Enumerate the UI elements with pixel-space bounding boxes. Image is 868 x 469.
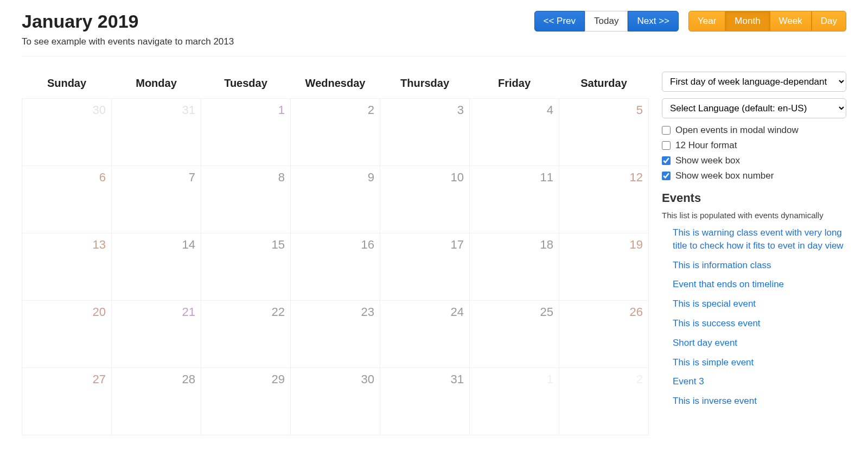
day-number: 3 <box>386 103 464 117</box>
calendar-cell[interactable]: 31 <box>380 368 470 435</box>
weekday-header: Saturday <box>559 72 649 99</box>
day-number: 2 <box>565 372 643 386</box>
view-month-button[interactable]: Month <box>725 11 769 31</box>
event-link[interactable]: Short day event <box>673 338 737 348</box>
checkbox-input[interactable] <box>662 172 671 180</box>
day-number: 30 <box>28 103 106 117</box>
calendar-cell[interactable]: 10 <box>380 166 470 233</box>
calendar-cell[interactable]: 1 <box>470 368 559 435</box>
weekday-header: Tuesday <box>201 72 291 99</box>
events-note: This list is populated with events dynam… <box>662 211 846 220</box>
event-link[interactable]: This is information class <box>673 260 771 270</box>
calendar-cell[interactable]: 18 <box>470 233 559 301</box>
calendar-cell[interactable]: 13 <box>22 233 112 301</box>
calendar-grid: SundayMondayTuesdayWednesdayThursdayFrid… <box>22 72 649 435</box>
calendar-cell[interactable]: 24 <box>380 301 470 368</box>
event-link[interactable]: Event 3 <box>673 376 704 386</box>
day-number: 15 <box>207 238 285 252</box>
calendar-cell[interactable]: 4 <box>470 99 559 166</box>
calendar-cell[interactable]: 31 <box>112 99 201 166</box>
calendar-cell[interactable]: 14 <box>112 233 201 301</box>
today-button[interactable]: Today <box>585 11 628 31</box>
checkbox-label: 12 Hour format <box>675 140 737 151</box>
calendar-cell[interactable]: 28 <box>112 368 201 435</box>
checkbox-input[interactable] <box>662 156 671 165</box>
checkbox-input[interactable] <box>662 126 671 135</box>
day-number: 5 <box>565 103 643 117</box>
event-link[interactable]: This is success event <box>673 318 761 328</box>
checkbox-input[interactable] <box>662 141 671 150</box>
list-item: Event that ends on timeline <box>673 278 846 291</box>
sidebar: First day of week language-dependant Sel… <box>662 72 846 414</box>
calendar-cell[interactable]: 30 <box>291 368 380 435</box>
list-item: This is warning class event with very lo… <box>673 226 846 252</box>
next-button[interactable]: Next >> <box>628 11 679 31</box>
day-number: 9 <box>296 170 374 185</box>
event-link[interactable]: This is simple event <box>673 357 754 367</box>
checkbox-label: Show week box <box>675 155 740 166</box>
checkbox-row[interactable]: Open events in modal window <box>662 125 846 136</box>
calendar-cell[interactable]: 19 <box>559 233 649 301</box>
day-number: 4 <box>475 103 553 117</box>
calendar-cell[interactable]: 3 <box>380 99 470 166</box>
calendar-cell[interactable]: 26 <box>559 301 649 368</box>
calendar-cell[interactable]: 1 <box>201 99 291 166</box>
calendar-row: 13141516171819 <box>22 233 649 301</box>
day-number: 29 <box>207 372 285 386</box>
day-number: 22 <box>207 305 285 319</box>
calendar-cell[interactable]: 8 <box>201 166 291 233</box>
list-item: Event 3 <box>673 375 846 388</box>
language-select[interactable]: Select Language (default: en-US) <box>662 98 846 118</box>
page-title: January 2019 <box>22 11 139 32</box>
view-week-button[interactable]: Week <box>770 11 812 31</box>
calendar-cell[interactable]: 21 <box>112 301 201 368</box>
calendar-cell[interactable]: 17 <box>380 233 470 301</box>
calendar-cell[interactable]: 25 <box>470 301 559 368</box>
calendar-cell[interactable]: 5 <box>559 99 649 166</box>
calendar-row: 272829303112 <box>22 368 649 435</box>
prev-button[interactable]: << Prev <box>534 11 585 31</box>
list-item: This is inverse event <box>673 395 846 408</box>
checkbox-row[interactable]: Show week box number <box>662 170 846 181</box>
list-item: This is simple event <box>673 356 846 369</box>
day-number: 8 <box>207 170 285 185</box>
day-number: 6 <box>28 170 106 185</box>
calendar-cell[interactable]: 11 <box>470 166 559 233</box>
events-list: This is warning class event with very lo… <box>662 226 846 408</box>
calendar-cell[interactable]: 20 <box>22 301 112 368</box>
calendar-cell[interactable]: 22 <box>201 301 291 368</box>
calendar-cell[interactable]: 2 <box>291 99 380 166</box>
event-link[interactable]: This is special event <box>673 299 756 309</box>
day-number: 19 <box>565 238 643 252</box>
calendar-cell[interactable]: 23 <box>291 301 380 368</box>
day-number: 30 <box>296 372 374 386</box>
calendar-cell[interactable]: 15 <box>201 233 291 301</box>
day-number: 31 <box>386 372 464 386</box>
calendar-cell[interactable]: 30 <box>22 99 112 166</box>
list-item: This is special event <box>673 297 846 310</box>
event-link[interactable]: Event that ends on timeline <box>673 279 784 289</box>
first-day-select[interactable]: First day of week language-dependant <box>662 72 846 92</box>
event-link[interactable]: This is inverse event <box>673 396 757 406</box>
checkbox-label: Open events in modal window <box>675 125 799 136</box>
calendar-cell[interactable]: 2 <box>559 368 649 435</box>
day-number: 21 <box>117 305 195 319</box>
calendar-cell[interactable]: 27 <box>22 368 112 435</box>
calendar-cell[interactable]: 12 <box>559 166 649 233</box>
day-number: 20 <box>28 305 106 319</box>
calendar-row: 6789101112 <box>22 166 649 233</box>
day-number: 14 <box>117 238 195 252</box>
view-year-button[interactable]: Year <box>688 11 725 31</box>
checkbox-row[interactable]: Show week box <box>662 155 846 166</box>
event-link[interactable]: This is warning class event with very lo… <box>673 227 844 251</box>
calendar-cell[interactable]: 6 <box>22 166 112 233</box>
calendar-cell[interactable]: 7 <box>112 166 201 233</box>
day-number: 10 <box>386 170 464 185</box>
calendar-row: 303112345 <box>22 99 649 166</box>
list-item: Short day event <box>673 337 846 350</box>
checkbox-row[interactable]: 12 Hour format <box>662 140 846 151</box>
calendar-cell[interactable]: 29 <box>201 368 291 435</box>
calendar-cell[interactable]: 16 <box>291 233 380 301</box>
calendar-cell[interactable]: 9 <box>291 166 380 233</box>
view-day-button[interactable]: Day <box>812 11 846 31</box>
